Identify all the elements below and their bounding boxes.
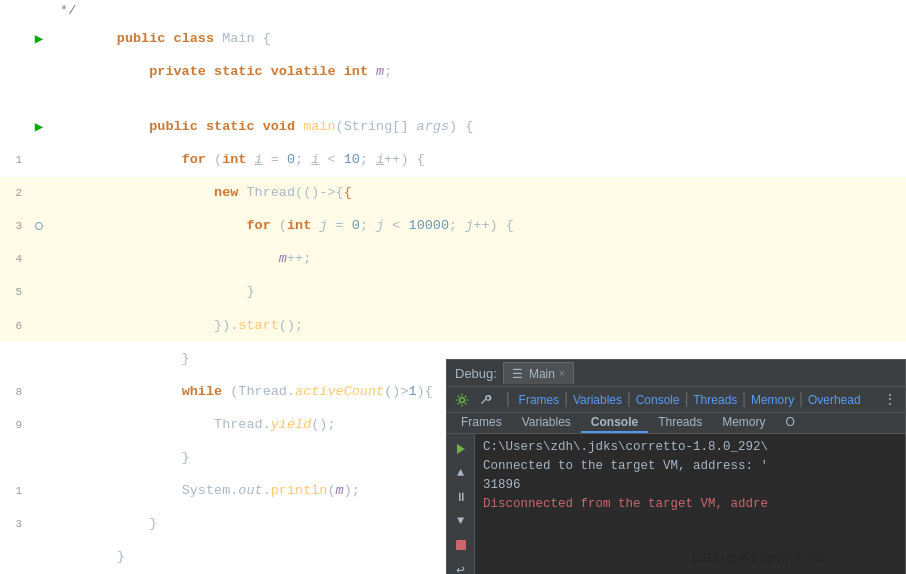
tab-console[interactable]: Console <box>581 413 648 433</box>
debug-pause-btn[interactable]: ⏸ <box>450 486 472 508</box>
line-number: 2 <box>0 182 28 204</box>
toolbar-link-frames[interactable]: Frames <box>519 393 560 407</box>
debug-output-line-3: 31896 <box>483 476 897 495</box>
debug-output-line-2: Connected to the target VM, address: ' <box>483 457 897 476</box>
line-number: 9 <box>0 414 28 436</box>
gutter-dot <box>28 222 50 230</box>
svg-rect-2 <box>456 540 466 550</box>
debug-tab-close[interactable]: × <box>559 368 565 379</box>
line-number: 3 <box>0 513 28 535</box>
toolbar-link-memory[interactable]: Memory <box>751 393 794 407</box>
tab-frames[interactable]: Frames <box>451 413 512 433</box>
debug-resume-btn[interactable] <box>450 438 472 460</box>
tab-threads[interactable]: Threads <box>648 413 712 433</box>
line-number: 6 <box>0 315 28 337</box>
toolbar-link-overhead[interactable]: Overhead <box>808 393 861 407</box>
debug-output: C:\Users\zdh\.jdks\corretto-1.8.0_292\ C… <box>475 434 905 574</box>
debug-tabs-row: Frames Variables Console Threads Memory … <box>447 413 905 434</box>
debug-stop-btn[interactable] <box>450 534 472 556</box>
line-number: 8 <box>0 381 28 403</box>
line-number: 1 <box>0 480 28 502</box>
debug-down-btn[interactable]: ▼ <box>450 510 472 532</box>
debug-session-name: Main <box>529 367 555 381</box>
gutter-arrow: ▶ <box>28 28 50 50</box>
toolbar-link-console[interactable]: Console <box>636 393 680 407</box>
code-line: private static volatile int m; <box>0 55 906 88</box>
execution-arrow: ▶ <box>35 116 43 138</box>
gutter-arrow2: ▶ <box>28 116 50 138</box>
svg-marker-1 <box>457 444 465 454</box>
debug-left-controls: ▲ ⏸ ▼ ↩ <box>447 434 475 574</box>
debug-settings-icon[interactable] <box>451 389 473 411</box>
execution-arrow: ▶ <box>35 28 43 50</box>
toolbar-link-threads[interactable]: Threads <box>693 393 737 407</box>
svg-point-0 <box>460 397 465 402</box>
breakpoint-indicator <box>35 222 43 230</box>
debug-toolbar: | Frames | Variables | Console | Threads… <box>447 387 905 413</box>
line-number: 4 <box>0 248 28 270</box>
debug-header: Debug: ☰ Main × <box>447 360 905 387</box>
debug-up-btn[interactable]: ▲ <box>450 462 472 484</box>
toolbar-link-variables[interactable]: Variables <box>573 393 622 407</box>
debug-wrench-icon[interactable] <box>475 389 497 411</box>
line-number: 1 <box>0 149 28 171</box>
debug-output-line-4: Disconnected from the target VM, addre <box>483 495 897 514</box>
debug-content: ▲ ⏸ ▼ ↩ C:\Users\zdh\.jdks\corretto-1.8.… <box>447 434 905 574</box>
tab-variables[interactable]: Variables <box>512 413 581 433</box>
debug-label: Debug: <box>455 366 497 381</box>
debug-return-btn[interactable]: ↩ <box>450 558 472 574</box>
debug-session-tab[interactable]: ☰ Main × <box>503 362 574 384</box>
tab-memory[interactable]: Memory <box>712 413 775 433</box>
line-number: 5 <box>0 281 28 303</box>
debug-panel: Debug: ☰ Main × | Frames | Variables | C… <box>446 359 906 574</box>
debug-menu-icon[interactable]: ⋮ <box>879 389 901 411</box>
debug-output-line-1: C:\Users\zdh\.jdks\corretto-1.8.0_292\ <box>483 438 897 457</box>
tab-o[interactable]: O <box>776 413 805 433</box>
line-number: 3 <box>0 215 28 237</box>
